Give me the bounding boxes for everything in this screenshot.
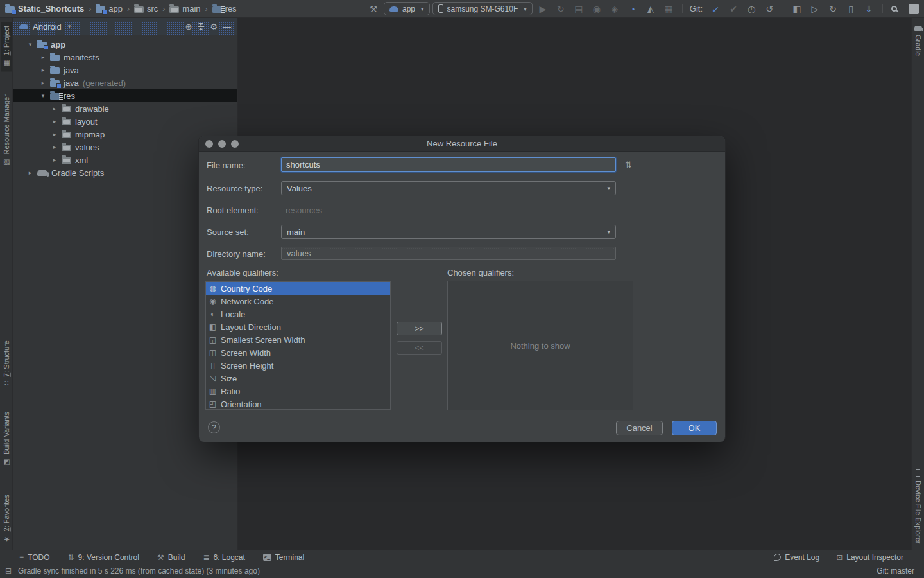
- tree-item-layout[interactable]: ▸ layout: [13, 115, 237, 128]
- device-manager-icon[interactable]: ▯: [843, 1, 859, 17]
- collapse-all-icon[interactable]: [197, 23, 205, 30]
- qualifier-ratio[interactable]: ▥ Ratio: [206, 385, 390, 398]
- toolwindow-terminal[interactable]: >_ Terminal: [263, 553, 304, 562]
- gradle-sync-icon[interactable]: ↻: [825, 1, 841, 17]
- tree-item-java[interactable]: ▸ java: [13, 64, 237, 76]
- git-branch-widget[interactable]: Git: master: [877, 566, 914, 575]
- chevron-right-icon[interactable]: ▸: [51, 131, 58, 137]
- git-history-icon[interactable]: ◷: [744, 1, 759, 17]
- sidebar-item-build-variants[interactable]: ◪ Build Variants: [1, 408, 12, 471]
- locate-icon[interactable]: ⊕: [185, 22, 192, 31]
- debug-icon[interactable]: ◉: [589, 1, 604, 17]
- sidebar-item-gradle[interactable]: Gradle: [913, 22, 923, 60]
- sidebar-item-favorites[interactable]: ★ 2: Favorites: [1, 491, 12, 547]
- stop-icon[interactable]: ▦: [661, 1, 676, 17]
- toolwindow-toggle-icon[interactable]: ⊟: [5, 566, 12, 575]
- hammer-icon[interactable]: ⚒: [366, 1, 381, 17]
- event-log-button[interactable]: Event Log: [774, 553, 819, 562]
- chevron-down-icon: ▾: [68, 23, 71, 30]
- attach-debugger-icon[interactable]: ◈: [607, 1, 622, 17]
- project-view-select[interactable]: Android: [33, 22, 62, 31]
- cancel-button[interactable]: Cancel: [616, 421, 663, 435]
- qualifier-layout-direction[interactable]: ◧ Layout Direction: [206, 320, 390, 333]
- toolwindow-todo[interactable]: ≡ TODO: [19, 553, 49, 562]
- chevron-right-icon[interactable]: ▸: [51, 144, 58, 150]
- size-icon: ◹: [209, 374, 217, 383]
- remove-qualifier-button[interactable]: <<: [397, 341, 442, 355]
- resource-type-select[interactable]: Values ▾: [281, 181, 616, 195]
- source-set-select[interactable]: main ▾: [281, 225, 616, 239]
- qualifier-country-code[interactable]: ◍ Country Code: [206, 282, 390, 295]
- sidebar-item-device-file-explorer[interactable]: Device File Explorer: [913, 466, 923, 547]
- breadcrumb-res[interactable]: res: [212, 4, 237, 13]
- breadcrumb-app[interactable]: app: [96, 4, 123, 13]
- qualifier-locale[interactable]: ◐ Locale: [206, 308, 390, 320]
- right-tool-stripe: Gradle Device File Explorer: [911, 18, 924, 551]
- project-structure-icon[interactable]: ◧: [789, 1, 805, 17]
- generated-folder-icon: [50, 80, 60, 87]
- profile-icon[interactable]: ◔: [625, 1, 640, 17]
- device-icon: [916, 469, 920, 477]
- sdk-manager-icon[interactable]: ⇓: [861, 1, 877, 17]
- notifications-icon[interactable]: [909, 4, 919, 14]
- tree-item-java-generated[interactable]: ▸ java (generated): [13, 76, 237, 89]
- qualifier-network-code[interactable]: ◉ Network Code: [206, 295, 390, 308]
- directory-name-field[interactable]: values: [281, 247, 616, 260]
- help-button[interactable]: ?: [208, 421, 220, 434]
- chevron-right-icon[interactable]: ▸: [51, 118, 58, 125]
- ok-button[interactable]: OK: [672, 421, 717, 435]
- qualifier-screen-height[interactable]: ▯ Screen Height: [206, 359, 390, 372]
- chevron-right-icon[interactable]: ▸: [40, 80, 46, 86]
- tree-item-app[interactable]: ▾ app: [13, 38, 237, 51]
- hide-panel-icon[interactable]: —: [223, 22, 231, 31]
- chevron-right-icon[interactable]: ▸: [51, 105, 58, 112]
- gear-icon[interactable]: ⚙: [210, 22, 218, 31]
- android-icon: [19, 24, 28, 29]
- file-name-input[interactable]: shortcuts: [281, 157, 616, 172]
- chevron-right-icon[interactable]: ▸: [40, 67, 46, 73]
- avd-manager-icon[interactable]: ▷: [807, 1, 823, 17]
- breadcrumb-main[interactable]: main: [169, 4, 200, 13]
- git-rollback-icon[interactable]: ↺: [762, 1, 777, 17]
- search-icon[interactable]: [891, 6, 897, 12]
- chosen-qualifiers-list: Nothing to show: [447, 281, 633, 410]
- git-commit-icon[interactable]: ✔: [726, 1, 741, 17]
- apply-code-changes-icon[interactable]: ▤: [571, 1, 586, 17]
- breadcrumb-src[interactable]: src: [134, 4, 158, 13]
- toolwindow-build[interactable]: ⚒ Build: [157, 553, 185, 562]
- git-update-icon[interactable]: ↙: [708, 1, 723, 17]
- layout-inspector-button[interactable]: ⊡ Layout Inspector: [836, 553, 903, 562]
- qualifier-orientation[interactable]: ◰ Orientation: [206, 398, 390, 410]
- sidebar-item-resource-manager[interactable]: ▧ Resource Manager: [1, 91, 12, 171]
- sidebar-item-structure[interactable]: ∷ 7: Structure: [1, 337, 12, 389]
- folder-icon: [62, 144, 71, 151]
- history-updown-icon[interactable]: ⇅: [625, 160, 632, 170]
- sidebar-item-project[interactable]: ▦ 1: Project: [1, 22, 12, 71]
- window-controls[interactable]: [205, 140, 239, 148]
- chevron-right-icon[interactable]: ▸: [40, 54, 46, 60]
- tree-item-res[interactable]: ▾ res: [13, 89, 237, 102]
- run-icon[interactable]: ▶: [535, 1, 551, 17]
- minimize-icon: [218, 140, 226, 148]
- qualifier-size[interactable]: ◹ Size: [206, 372, 390, 385]
- breadcrumb-project[interactable]: Static_Shortcuts: [5, 4, 84, 13]
- attach-profiler-icon[interactable]: ◭: [643, 1, 658, 17]
- chevron-right-icon[interactable]: ▸: [51, 157, 58, 163]
- project-icon: [5, 6, 15, 13]
- run-configuration-select[interactable]: app ▾: [384, 2, 430, 15]
- qualifier-screen-width[interactable]: ◫ Screen Width: [206, 346, 390, 359]
- chevron-down-icon[interactable]: ▾: [27, 41, 33, 48]
- toolwindow-logcat[interactable]: ≣ 6: Logcat: [203, 553, 244, 562]
- qualifier-smallest-screen-width[interactable]: ◱ Smallest Screen Width: [206, 333, 390, 346]
- device-select[interactable]: samsung SM-G610F ▾: [432, 2, 533, 15]
- structure-icon: ∷: [2, 380, 10, 385]
- add-qualifier-button[interactable]: >>: [397, 322, 442, 335]
- folder-icon: [62, 119, 71, 125]
- tree-item-drawable[interactable]: ▸ drawable: [13, 102, 237, 115]
- folder-icon: [169, 6, 179, 13]
- chevron-down-icon[interactable]: ▾: [40, 92, 46, 99]
- tree-item-manifests[interactable]: ▸ manifests: [13, 51, 237, 64]
- toolwindow-version-control[interactable]: ⇅ 9: Version Control: [67, 553, 139, 562]
- chevron-right-icon[interactable]: ▸: [27, 170, 33, 176]
- apply-changes-icon[interactable]: ↻: [553, 1, 569, 17]
